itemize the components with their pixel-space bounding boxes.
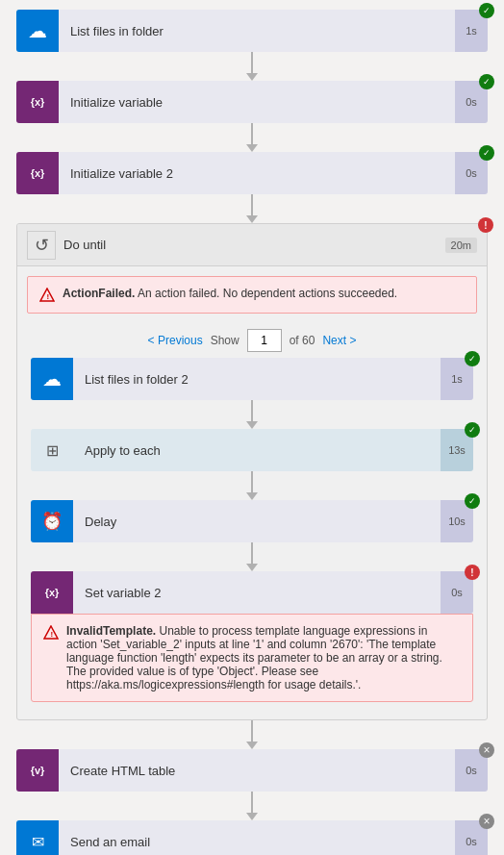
inner-connector bbox=[242, 471, 262, 500]
dismiss-badge bbox=[479, 742, 494, 758]
step-label: Send an email bbox=[59, 820, 455, 855]
next-button[interactable]: Next > bbox=[322, 334, 356, 347]
each-icon: ⊞ bbox=[31, 429, 73, 471]
delay-icon: ⏰ bbox=[31, 500, 73, 542]
step-list-files2[interactable]: ☁ List files in folder 2 1s bbox=[31, 358, 473, 400]
error-title: InvalidTemplate. bbox=[66, 624, 156, 638]
cloud-icon: ☁ bbox=[31, 358, 73, 400]
error-badge bbox=[478, 217, 493, 233]
inner-connector bbox=[242, 542, 262, 571]
variable-icon: {x} bbox=[16, 81, 59, 123]
error-badge bbox=[465, 565, 480, 580]
error-title: ActionFailed. bbox=[63, 287, 135, 300]
page-input[interactable] bbox=[247, 329, 282, 352]
step-set-variable2[interactable]: {x} Set variable 2 0s bbox=[31, 571, 473, 614]
connector bbox=[242, 194, 262, 223]
connector bbox=[242, 720, 262, 749]
connector bbox=[242, 792, 262, 820]
flow-container: ☁ List files in folder 1s {x} Initialize… bbox=[0, 0, 504, 855]
step-label: Initialize variable 2 bbox=[59, 152, 455, 194]
variable-icon: {x} bbox=[31, 571, 73, 614]
step-create-html-table[interactable]: {v} Create HTML table 0s bbox=[16, 749, 488, 792]
inner-connector bbox=[242, 400, 262, 429]
dismiss-badge bbox=[479, 814, 494, 829]
connector bbox=[242, 52, 262, 81]
error-banner: ! ActionFailed. An action failed. No dep… bbox=[27, 276, 477, 314]
do-until-duration: 20m bbox=[445, 238, 477, 253]
step-delay[interactable]: ⏰ Delay 10s bbox=[31, 500, 473, 542]
email-icon: ✉ bbox=[16, 820, 59, 855]
step-label: Apply to each bbox=[73, 429, 441, 471]
do-until-inner: ☁ List files in folder 2 1s ⊞ Apply to e… bbox=[17, 358, 487, 719]
step-send-email[interactable]: ✉ Send an email 0s bbox=[16, 820, 488, 855]
success-badge bbox=[465, 493, 480, 509]
svg-text:!: ! bbox=[51, 630, 54, 639]
success-badge bbox=[465, 351, 480, 366]
svg-text:!: ! bbox=[47, 292, 50, 301]
loop-icon: ↺ bbox=[27, 231, 56, 260]
step-label: List files in folder 2 bbox=[73, 358, 441, 400]
variable-icon: {x} bbox=[16, 152, 59, 194]
cloud-icon: ☁ bbox=[16, 10, 59, 52]
set-variable2-wrapper: {x} Set variable 2 0s ! InvalidTemplate.… bbox=[31, 571, 473, 710]
connector bbox=[242, 123, 262, 152]
step-label: List files in folder bbox=[59, 10, 455, 52]
error-banner-text: ActionFailed. An action failed. No depen… bbox=[63, 287, 397, 300]
step-init-variable[interactable]: {x} Initialize variable 0s bbox=[16, 81, 488, 123]
warning-icon: ! bbox=[43, 625, 59, 641]
step-label: Create HTML table bbox=[59, 749, 455, 792]
do-until-label: Do until bbox=[63, 238, 445, 252]
html-icon: {v} bbox=[16, 749, 59, 792]
do-until-container: ↺ Do until 20m ! ActionFailed. An action… bbox=[16, 223, 488, 720]
set-var-error-text: InvalidTemplate. Unable to process templ… bbox=[66, 624, 461, 692]
step-label: Set variable 2 bbox=[73, 571, 441, 614]
success-badge bbox=[479, 145, 494, 161]
warning-icon: ! bbox=[39, 288, 55, 303]
error-message: An action failed. No dependent actions s… bbox=[135, 287, 397, 300]
step-apply-each[interactable]: ⊞ Apply to each 13s bbox=[31, 429, 473, 471]
prev-button[interactable]: < Previous bbox=[148, 334, 203, 347]
pagination-bar: < Previous Show of 60 Next > bbox=[17, 323, 487, 358]
step-label: Delay bbox=[73, 500, 441, 542]
step-init-variable2[interactable]: {x} Initialize variable 2 0s bbox=[16, 152, 488, 194]
do-until-header[interactable]: ↺ Do until 20m bbox=[17, 224, 487, 266]
success-badge bbox=[465, 422, 480, 438]
show-label: Show bbox=[211, 334, 239, 347]
success-badge bbox=[479, 3, 494, 18]
of-label: of 60 bbox=[290, 334, 315, 347]
step-label: Initialize variable bbox=[59, 81, 455, 123]
set-variable-error-block: ! InvalidTemplate. Unable to process tem… bbox=[31, 614, 473, 702]
step-list-files[interactable]: ☁ List files in folder 1s bbox=[16, 10, 488, 52]
success-badge bbox=[479, 74, 494, 89]
